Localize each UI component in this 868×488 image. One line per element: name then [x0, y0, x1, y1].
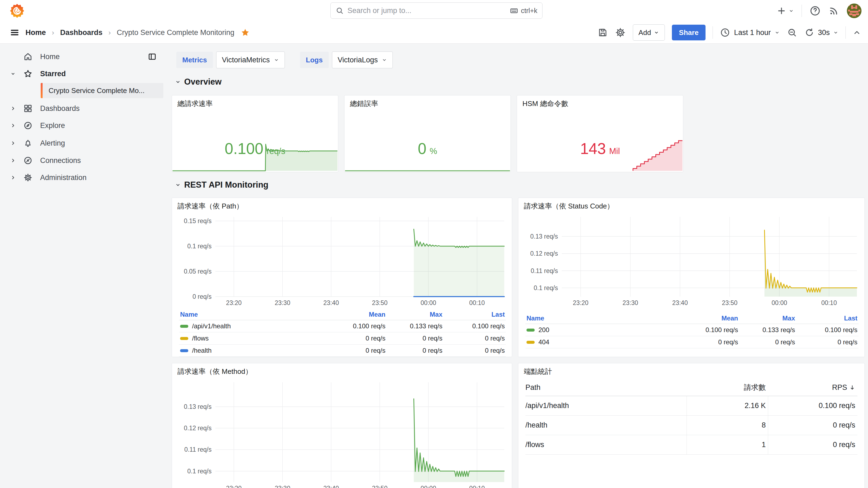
dashboard-settings-button[interactable] [615, 27, 626, 38]
row-overview-toggle[interactable]: Overview [175, 77, 222, 87]
clock-icon [720, 27, 730, 38]
sidebar-item-current-dashboard[interactable]: Crypto Service Complete Mo... [41, 83, 163, 98]
save-dashboard-button[interactable] [597, 27, 608, 38]
table-row: /api/v1/health2.16 K0.100 req/s [525, 396, 858, 416]
zoom-out-icon [787, 27, 797, 38]
legend-row[interactable]: 2000.100 req/s0.133 req/s0.100 req/s [525, 324, 859, 336]
star-filled-icon [240, 28, 250, 37]
sidebar-item-label: Explore [40, 122, 65, 130]
sidebar-item-connections[interactable]: Connections [0, 153, 166, 168]
x-axis-label: 23:50 [364, 299, 396, 306]
chart-panel-rate-by-method[interactable]: 請求速率（依 Method） 0.13 req/s0.12 req/s0.11 … [172, 363, 512, 488]
share-button[interactable]: Share [672, 25, 706, 40]
legend-row[interactable]: 4040 req/s0 req/s0 req/s [525, 336, 859, 348]
table-panel-endpoint-stats[interactable]: 端點統計 Path 請求數 RPS /api/v1/health2.16 K0.… [518, 363, 865, 488]
section-title: REST API Monitoring [184, 180, 269, 190]
sidebar-item-dashboards[interactable]: Dashboards [0, 101, 166, 116]
variable-label-metrics: Metrics [176, 52, 213, 68]
breadcrumb-dashboards[interactable]: Dashboards [60, 29, 102, 37]
news-button[interactable] [828, 5, 839, 16]
y-axis-label: 0.05 req/s [175, 268, 212, 275]
x-axis-label: 23:20 [564, 299, 597, 306]
breadcrumb-home[interactable]: Home [26, 29, 46, 37]
section-title: Overview [184, 77, 222, 87]
timeseries-plot[interactable]: 0.15 req/s0.1 req/s0.05 req/s0 req/s23:2… [175, 215, 508, 308]
save-icon [597, 27, 608, 38]
connections-plug-icon [23, 156, 33, 165]
column-header-rps[interactable]: RPS [768, 379, 858, 396]
timeseries-plot[interactable]: 0.13 req/s0.12 req/s0.11 req/s0.1 req/s2… [521, 215, 861, 308]
chevron-right-icon[interactable] [10, 140, 16, 146]
cell-rps: 0.100 req/s [768, 396, 858, 415]
chevron-down-icon[interactable] [10, 71, 16, 76]
chevron-up-icon [853, 29, 861, 37]
table-row: /flows10 req/s [525, 435, 858, 455]
legend-row[interactable]: /flows0 req/s0 req/s0 req/s [179, 332, 506, 345]
stat-sparkline [345, 161, 510, 171]
search-icon [336, 6, 344, 14]
sidebar-item-label: Crypto Service Complete Mo... [49, 87, 145, 95]
chevron-right-icon[interactable] [10, 106, 16, 111]
cell-path: /flows [525, 441, 686, 449]
sidebar-item-label: Starred [40, 70, 66, 78]
zoom-out-time-button[interactable] [787, 27, 797, 38]
dashboard-header-bar: Home › Dashboards › Crypto Service Compl… [0, 22, 868, 44]
breadcrumb-current: Crypto Service Complete Monitoring [117, 29, 235, 37]
divider [845, 26, 846, 39]
avatar[interactable] [847, 3, 862, 18]
unstar-dashboard-button[interactable] [240, 28, 250, 37]
grafana-logo-icon[interactable] [10, 3, 24, 18]
time-range-picker[interactable]: Last 1 hour [720, 27, 780, 38]
chevron-down-icon [175, 79, 181, 85]
stat-panel-total-error-rate[interactable]: 總錯誤率 0 % [344, 95, 511, 172]
x-axis-label: 23:30 [266, 485, 299, 488]
sidebar-item-alerting[interactable]: Alerting [0, 135, 166, 151]
sidebar-item-administration[interactable]: Administration [0, 170, 166, 186]
x-axis-label: 00:00 [412, 299, 444, 306]
plus-icon [777, 6, 786, 16]
collapse-header-button[interactable] [853, 29, 861, 37]
row-rest-api-toggle[interactable]: REST API Monitoring [175, 180, 269, 190]
table-header-row: Path 請求數 RPS [525, 379, 858, 396]
admin-gear-icon [23, 173, 33, 182]
legend-row[interactable]: /api/v1/health0.100 req/s0.133 req/s0.10… [179, 320, 506, 332]
mega-menu-toggle[interactable] [10, 28, 20, 37]
refresh-button[interactable]: 30s [804, 27, 838, 38]
sidebar-item-label: Home [40, 53, 60, 61]
divider [802, 5, 802, 17]
column-header-requests[interactable]: 請求數 [686, 379, 768, 396]
chart-panel-rate-by-status[interactable]: 請求速率（依 Status Code） 0.13 req/s0.12 req/s… [518, 198, 865, 357]
dock-menu-icon[interactable] [148, 52, 157, 61]
shortcut-hint: ctrl+k [510, 6, 537, 15]
sidebar-item-label: Administration [40, 173, 87, 182]
x-axis-label: 00:10 [813, 299, 845, 306]
chevron-right-icon[interactable] [10, 175, 16, 180]
legend-table: NameMeanMaxLast2000.100 req/s0.133 req/s… [525, 313, 859, 348]
x-axis-label: 00:00 [763, 299, 796, 306]
chevron-right-icon[interactable] [10, 158, 16, 163]
timeseries-plot[interactable]: 0.13 req/s0.12 req/s0.11 req/s0.1 req/s2… [175, 380, 508, 488]
stat-sparkline [518, 137, 682, 171]
add-panel-button[interactable]: Add [633, 24, 665, 41]
chevron-right-icon[interactable] [10, 123, 16, 128]
add-new-button[interactable] [777, 6, 794, 16]
panel-title: 請求速率（依 Path） [177, 201, 243, 211]
sidebar-item-explore[interactable]: Explore [0, 118, 166, 133]
legend-row[interactable]: /health0 req/s0 req/s0 req/s [179, 345, 506, 357]
gear-icon [615, 27, 626, 38]
cell-requests: 1 [686, 435, 768, 454]
chart-panel-rate-by-path[interactable]: 請求速率（依 Path） 0.15 req/s0.1 req/s0.05 req… [172, 198, 512, 357]
variable-picker-metrics[interactable]: VictoriaMetrics [216, 52, 285, 68]
y-axis-label: 0.1 req/s [521, 284, 558, 292]
endpoint-table: Path 請求數 RPS /api/v1/health2.16 K0.100 r… [525, 379, 858, 455]
stat-panel-hsm-total-commands[interactable]: HSM 總命令數 143 Mil [517, 95, 683, 172]
sidebar-item-starred[interactable]: Starred [0, 66, 166, 82]
stat-panel-total-request-rate[interactable]: 總請求速率 0.100 req/s [172, 95, 338, 172]
search-input[interactable]: Search or jump to... ctrl+k [330, 2, 542, 19]
cell-requests: 8 [686, 416, 768, 435]
sidebar-item-home[interactable]: Home [0, 49, 166, 65]
variable-picker-logs[interactable]: VictoriaLogs [332, 52, 393, 68]
hamburger-icon [10, 28, 20, 37]
help-button[interactable] [809, 5, 821, 17]
column-header-path[interactable]: Path [525, 383, 686, 392]
